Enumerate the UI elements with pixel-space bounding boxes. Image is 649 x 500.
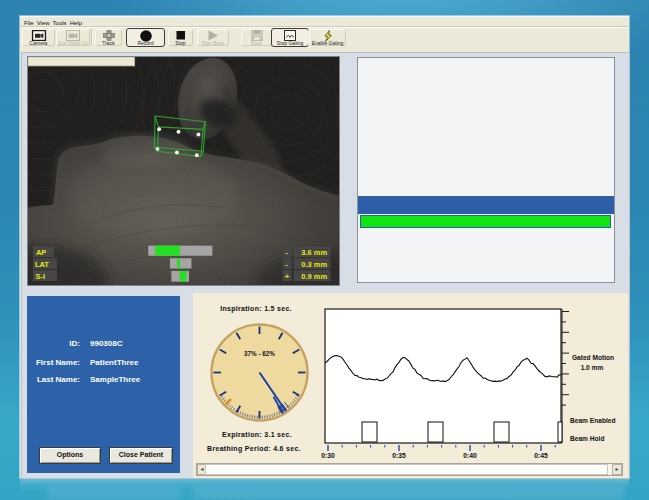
svg-text:+: + bbox=[285, 272, 290, 281]
svg-text:Beam Enabled: Beam Enabled bbox=[570, 417, 615, 424]
svg-text:Beam Hold: Beam Hold bbox=[570, 435, 604, 442]
svg-text:0.9 mm: 0.9 mm bbox=[301, 272, 327, 281]
svg-text:37% - 62%: 37% - 62% bbox=[244, 350, 275, 357]
svg-text:0:45: 0:45 bbox=[534, 452, 548, 459]
svg-text:LAT: LAT bbox=[35, 260, 49, 269]
svg-text:0.3 mm: 0.3 mm bbox=[301, 260, 327, 269]
svg-text:AP: AP bbox=[36, 248, 46, 257]
svg-text:3.6 mm: 3.6 mm bbox=[301, 248, 327, 257]
svg-text:0:30: 0:30 bbox=[321, 452, 335, 459]
svg-text:S-I: S-I bbox=[35, 272, 45, 281]
svg-text:0:35: 0:35 bbox=[392, 452, 406, 459]
svg-text:1.0 mm: 1.0 mm bbox=[581, 364, 604, 371]
svg-text:0:40: 0:40 bbox=[463, 452, 477, 459]
svg-text:Gated Motion: Gated Motion bbox=[572, 354, 614, 361]
